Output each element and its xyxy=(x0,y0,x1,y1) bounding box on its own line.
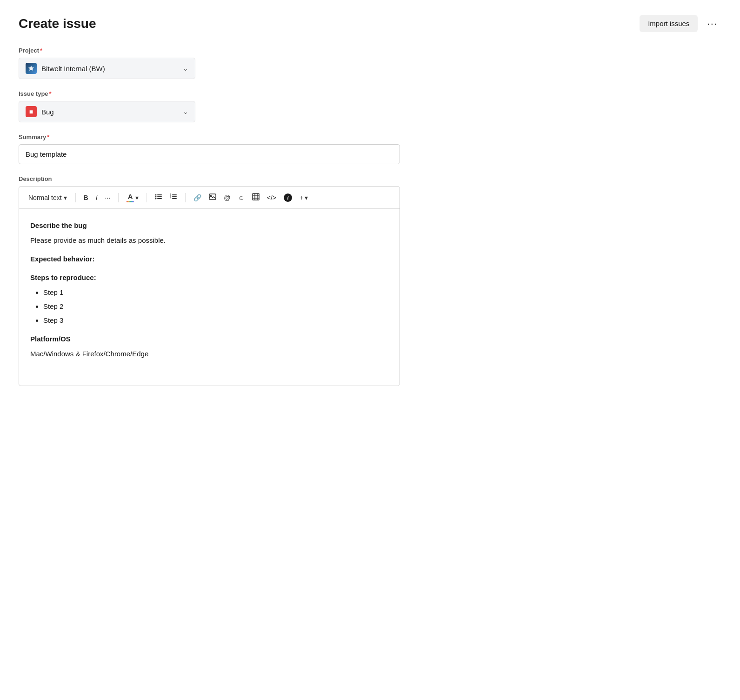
bug-icon: ■ xyxy=(26,106,37,117)
description-section: Description Normal text ▾ B I ··· A ▾ xyxy=(19,175,721,386)
description-label: Description xyxy=(19,175,721,182)
link-button[interactable]: 🔗 xyxy=(190,192,205,204)
editor-toolbar: Normal text ▾ B I ··· A ▾ xyxy=(19,187,400,209)
platform-heading: Platform/OS xyxy=(30,333,388,345)
code-icon: </> xyxy=(267,194,276,201)
table-button[interactable] xyxy=(249,191,263,204)
import-issues-button[interactable]: Import issues xyxy=(640,15,698,32)
project-section: Project* Bitwelt Internal (BW) ⌄ xyxy=(19,47,721,79)
page-title: Create issue xyxy=(19,16,96,31)
issue-type-label: Issue type* xyxy=(19,90,721,97)
add-more-button[interactable]: + ▾ xyxy=(296,192,311,204)
svg-rect-1 xyxy=(157,194,162,195)
bullet-list-icon xyxy=(155,193,162,202)
project-chevron-down-icon: ⌄ xyxy=(183,65,188,72)
step-3-item: Step 3 xyxy=(43,315,388,326)
text-style-chevron-icon: ▾ xyxy=(64,194,67,201)
toolbar-separator-3 xyxy=(147,193,147,202)
expected-behavior-heading: Expected behavior: xyxy=(30,253,388,265)
numbered-list-icon: 1. 2. 3. xyxy=(170,193,177,202)
emoji-button[interactable]: ☺ xyxy=(234,192,247,204)
svg-rect-11 xyxy=(172,198,177,199)
required-star: * xyxy=(40,47,42,54)
steps-to-reproduce-heading: Steps to reproduce: xyxy=(30,272,388,283)
summary-section: Summary* xyxy=(19,133,721,164)
text-color-indicator: A xyxy=(127,193,134,202)
color-bar xyxy=(127,201,134,202)
toolbar-list-group: 1. 2. 3. xyxy=(152,191,180,204)
mention-button[interactable]: @ xyxy=(220,192,233,204)
project-label: Project* xyxy=(19,47,721,54)
step-1-item: Step 1 xyxy=(43,287,388,298)
numbered-list-button[interactable]: 1. 2. 3. xyxy=(167,191,180,204)
bullet-list-button[interactable] xyxy=(152,191,166,204)
code-button[interactable]: </> xyxy=(264,192,280,204)
toolbar-separator-2 xyxy=(118,193,119,202)
table-icon xyxy=(252,193,260,202)
bug-description-paragraph: Please provide as much details as possib… xyxy=(30,235,388,246)
step-2-item: Step 2 xyxy=(43,301,388,312)
svg-text:3.: 3. xyxy=(170,197,172,200)
issue-type-select[interactable]: ■ Bug ⌄ xyxy=(19,101,195,122)
svg-rect-9 xyxy=(172,196,177,197)
svg-rect-14 xyxy=(253,193,259,200)
add-more-label: + xyxy=(300,194,303,201)
bold-button[interactable]: B xyxy=(80,192,92,204)
mention-icon: @ xyxy=(224,194,230,201)
toolbar-format-group: B I ··· xyxy=(80,192,114,204)
italic-button[interactable]: I xyxy=(93,192,101,204)
toolbar-separator-4 xyxy=(185,193,186,202)
svg-rect-7 xyxy=(172,194,177,195)
svg-point-0 xyxy=(155,194,157,196)
issue-type-chevron-down-icon: ⌄ xyxy=(183,108,188,115)
emoji-icon: ☺ xyxy=(238,194,244,201)
more-formatting-button[interactable]: ··· xyxy=(102,192,114,204)
project-value: Bitwelt Internal (BW) xyxy=(41,65,105,73)
editor-content[interactable]: Describe the bug Please provide as much … xyxy=(19,209,400,386)
info-button[interactable]: i xyxy=(280,191,295,204)
text-color-a-icon: A xyxy=(128,193,133,200)
header-actions: Import issues ··· xyxy=(640,15,721,32)
issue-type-select-inner: ■ Bug xyxy=(26,106,54,117)
svg-rect-5 xyxy=(157,198,162,199)
image-icon xyxy=(209,193,216,202)
text-style-dropdown[interactable]: Normal text ▾ xyxy=(25,192,71,204)
required-star-2: * xyxy=(49,90,52,97)
svg-point-2 xyxy=(155,196,157,198)
svg-rect-3 xyxy=(157,196,162,197)
color-chevron-icon: ▾ xyxy=(135,194,139,201)
link-icon: 🔗 xyxy=(193,194,201,201)
text-style-label: Normal text xyxy=(28,194,62,201)
summary-input[interactable] xyxy=(19,144,400,164)
project-select-inner: Bitwelt Internal (BW) xyxy=(26,63,105,74)
page-header: Create issue Import issues ··· xyxy=(19,15,721,32)
text-color-button[interactable]: A ▾ xyxy=(123,190,142,205)
image-button[interactable] xyxy=(206,191,220,204)
platform-value: Mac/Windows & Firefox/Chrome/Edge xyxy=(30,348,388,360)
description-editor: Normal text ▾ B I ··· A ▾ xyxy=(19,186,400,386)
steps-list: Step 1 Step 2 Step 3 xyxy=(30,287,388,326)
project-select[interactable]: Bitwelt Internal (BW) ⌄ xyxy=(19,58,195,79)
toolbar-separator-1 xyxy=(75,193,76,202)
more-options-button[interactable]: ··· xyxy=(703,15,721,32)
issue-type-value: Bug xyxy=(41,108,54,116)
toolbar-color-group: A ▾ xyxy=(123,190,142,205)
svg-point-4 xyxy=(155,198,157,200)
issue-type-section: Issue type* ■ Bug ⌄ xyxy=(19,90,721,122)
bug-description-heading: Describe the bug xyxy=(30,220,388,231)
project-icon xyxy=(26,63,37,74)
toolbar-insert-group: 🔗 @ ☺ xyxy=(190,191,311,204)
required-star-3: * xyxy=(47,133,49,140)
add-more-chevron-icon: ▾ xyxy=(305,194,308,201)
info-icon: i xyxy=(284,193,292,202)
summary-label: Summary* xyxy=(19,133,721,140)
